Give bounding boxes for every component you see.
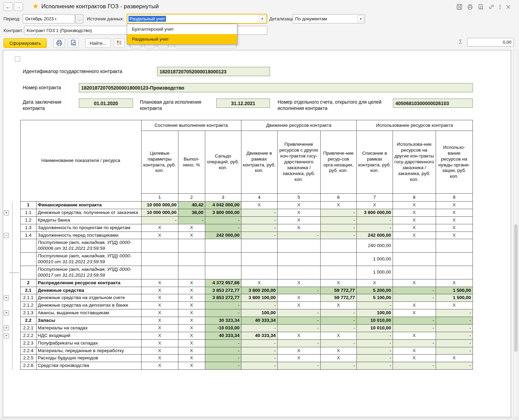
table-cell: 59 772,77: [320, 294, 356, 302]
table-cell: 10 000 000,00: [141, 202, 178, 209]
more-menu-icon[interactable]: [499, 4, 501, 10]
save-icon[interactable]: [456, 4, 463, 10]
vertical-scrollbar[interactable]: [513, 50, 518, 417]
table-cell: 1 500,00: [436, 294, 473, 302]
row-name: Поступление (акт, накладная, УПД) 0000-0…: [36, 239, 141, 253]
table-cell: X: [436, 209, 473, 216]
scrollbar-thumb[interactable]: [514, 224, 518, 352]
favorite-star-icon[interactable]: ★: [32, 2, 39, 10]
table-cell: -: [241, 339, 277, 347]
table-cell: X: [436, 202, 473, 209]
source-combobox[interactable]: Раздельный учет ▼: [127, 14, 267, 24]
collapse-button[interactable]: −: [4, 233, 9, 238]
column-header: Сальдо операций, руб. коп.: [205, 131, 241, 194]
table-cell: X: [393, 202, 436, 209]
table-cell: X: [436, 279, 473, 287]
table-cell: -: [356, 362, 393, 370]
row-number: 1.4: [20, 232, 36, 239]
table-cell: [178, 253, 205, 266]
expand-button[interactable]: +: [4, 326, 9, 331]
corner-expander-box[interactable]: [15, 56, 20, 62]
row-name: НДС входящий: [36, 332, 141, 339]
table-cell: X: [241, 279, 277, 287]
table-cell: X: [178, 324, 205, 332]
table-cell: -: [205, 224, 241, 232]
preview-icon[interactable]: [478, 4, 484, 10]
expand-button[interactable]: +: [4, 210, 9, 215]
print-icon[interactable]: [467, 4, 473, 10]
table-cell: -: [356, 347, 393, 355]
contract-id-value: 1820187207052000018000123: [157, 67, 270, 76]
table-cell: -: [356, 339, 393, 347]
table-cell: 3 853 272,77: [205, 294, 241, 302]
dropdown-item[interactable]: Раздельный учет: [127, 34, 237, 44]
sort-settings-button[interactable]: [114, 38, 125, 48]
table-cell: 4 372 957,66: [205, 279, 241, 287]
group-header: Движение ресурсов контракта: [241, 120, 356, 131]
tree-gutter: +: [3, 294, 20, 302]
table-cell: X: [320, 279, 356, 287]
table-cell: X: [356, 202, 393, 209]
table-cell: -: [320, 339, 356, 347]
table-cell: -: [356, 332, 393, 339]
table-row: +2.2.1Материалы на складахXX-10 010,00--…: [3, 324, 473, 332]
account-number-value: 40506810300000026103: [393, 99, 473, 108]
period-more-button[interactable]: ...: [75, 14, 83, 23]
table-cell: 40 333,34: [241, 317, 277, 325]
table-cell: X: [393, 332, 436, 339]
row-name: Средства производства: [36, 362, 141, 370]
expand-button[interactable]: +: [4, 310, 9, 316]
tree-gutter: +: [3, 332, 20, 339]
forward-button[interactable]: →: [14, 2, 23, 11]
table-cell: 59 772,77: [320, 287, 356, 294]
tree-gutter: [3, 202, 20, 209]
row-number: 1.1: [20, 209, 36, 216]
detail-combobox[interactable]: По документам ▼: [293, 14, 365, 23]
row-name: Распределение ресурсов контракта: [36, 279, 141, 287]
expand-button[interactable]: +: [4, 295, 9, 300]
table-cell: [141, 266, 178, 279]
period-input[interactable]: Октябрь 2023 г.: [23, 14, 75, 23]
row-name: Денежные средства: [36, 287, 141, 294]
table-cell: X: [178, 309, 205, 317]
table-cell: -: [393, 339, 436, 347]
expand-button[interactable]: +: [4, 333, 9, 338]
table-row: 2.1Денежные средстваXX3 853 272,773 800 …: [3, 287, 473, 294]
tree-gutter: [3, 216, 20, 224]
detail-value: По документам: [295, 16, 327, 21]
table-cell: X: [393, 309, 436, 317]
table-cell: 3 800 000,00: [356, 209, 393, 216]
row-name: Авансы, выданные поставщикам: [36, 309, 141, 317]
table-row: 2.1.2Денежные средства на депозитах в ба…: [3, 302, 473, 309]
column-number: 4: [241, 194, 277, 202]
back-button[interactable]: ←: [3, 2, 13, 11]
table-cell: X: [141, 224, 178, 232]
table-cell: X: [436, 302, 473, 309]
link-icon[interactable]: [488, 4, 495, 10]
table-cell: X: [277, 332, 320, 339]
table-cell: [320, 253, 356, 266]
table-cell: [141, 253, 178, 266]
row-name: Поступление (акт, накладная, УПД) 0000-0…: [36, 253, 141, 266]
dropdown-item[interactable]: Бухгалтерский учет: [127, 24, 237, 34]
table-cell: X: [277, 302, 320, 309]
account-number-label: Номер отдельного счета, открытого для це…: [278, 99, 386, 111]
table-cell: X: [178, 339, 205, 347]
row-number: [20, 266, 36, 279]
source-dropdown-list[interactable]: Бухгалтерский учетРаздельный учет: [127, 24, 237, 44]
print-preview-button[interactable]: [68, 38, 79, 48]
table-cell: -: [241, 224, 277, 232]
table-cell: [277, 239, 320, 253]
tree-gutter: +: [3, 209, 20, 216]
table-cell: [205, 239, 241, 253]
close-icon[interactable]: [506, 4, 511, 10]
print-button[interactable]: [53, 38, 65, 48]
table-cell: [393, 266, 436, 279]
source-dropdown-arrow-icon[interactable]: ▼: [259, 16, 266, 22]
table-cell: [241, 266, 277, 279]
detail-dropdown-arrow-icon[interactable]: ▼: [357, 16, 364, 22]
find-button[interactable]: Найти...: [85, 38, 111, 48]
row-number: 2.1.1: [20, 294, 36, 302]
sum-field[interactable]: 0,00: [467, 38, 514, 47]
generate-button[interactable]: Сформировать: [3, 38, 47, 48]
